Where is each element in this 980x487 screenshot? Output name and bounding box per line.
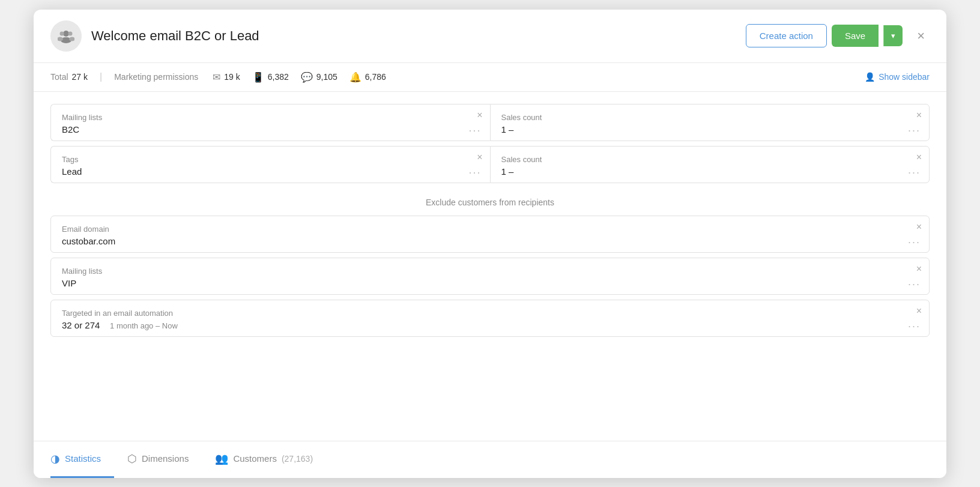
email-domain-close[interactable]: ×: [916, 222, 922, 232]
svg-point-4: [68, 31, 73, 35]
email-domain-more[interactable]: ···: [908, 237, 921, 247]
targeted-automation-value: 32 or 274 1 month ago – Now: [62, 320, 918, 330]
mailing-lists-b2c-card: Mailing lists B2C × ···: [50, 104, 490, 141]
targeted-automation-more[interactable]: ···: [908, 321, 921, 331]
mailing-lists-b2c-label: Mailing lists: [62, 113, 479, 122]
save-button[interactable]: Save: [832, 25, 879, 47]
mailing-lists-b2c-value: B2C: [62, 124, 479, 135]
push-stat: 💬 9,105: [301, 71, 337, 83]
targeted-automation-close[interactable]: ×: [916, 306, 922, 316]
targeted-automation-value-main: 32 or 274: [62, 320, 100, 330]
mailing-lists-b2c-more[interactable]: ···: [468, 125, 481, 136]
modal-container: Welcome email B2C or Lead Create action …: [34, 10, 946, 478]
close-button[interactable]: ×: [912, 26, 930, 46]
push-icon: 💬: [301, 71, 313, 83]
sales-count-2-label: Sales count: [501, 155, 919, 164]
main-content: Mailing lists B2C × ··· Sales count 1 – …: [34, 92, 946, 337]
email-stat: ✉ 19 k: [213, 71, 240, 83]
modal-header: Welcome email B2C or Lead Create action …: [34, 10, 946, 63]
mailing-vip-label: Mailing lists: [62, 267, 918, 276]
statistics-label: Statistics: [65, 453, 101, 464]
statistics-icon: ◑: [50, 452, 60, 465]
mailing-vip-more[interactable]: ···: [908, 279, 921, 289]
targeted-automation-card: Targeted in an email automation 32 or 27…: [50, 300, 930, 337]
header-actions: Create action Save ▾ ×: [746, 24, 930, 47]
bell-stat: 🔔 6,786: [349, 71, 386, 83]
include-filter-row-2: Tags Lead × ··· Sales count 1 – × ···: [50, 146, 930, 183]
customers-icon: 👥: [215, 452, 228, 465]
stats-divider: |: [100, 71, 102, 82]
email-domain-value: custobar.com: [62, 236, 918, 246]
sales-count-1-card: Sales count 1 – × ···: [490, 104, 930, 141]
tab-customers[interactable]: 👥 Customers (27,163): [202, 441, 326, 478]
mailing-vip-card: Mailing lists VIP × ···: [50, 258, 930, 295]
sales-count-2-value: 1 –: [501, 166, 919, 177]
exclude-section: Exclude customers from recipients: [50, 194, 930, 211]
modal-title: Welcome email B2C or Lead: [91, 28, 736, 44]
bottom-tabs: ◑ Statistics ⬡ Dimensions 👥 Customers (2…: [34, 441, 946, 478]
phone-icon: 📱: [252, 71, 264, 83]
total-stat: Total 27 k: [50, 72, 88, 82]
avatar: [50, 20, 82, 52]
customers-count: (27,163): [282, 454, 313, 464]
tags-lead-value: Lead: [62, 166, 479, 177]
tags-lead-card: Tags Lead × ···: [50, 146, 490, 183]
show-sidebar-button[interactable]: 👤 Show sidebar: [865, 72, 930, 82]
email-icon: ✉: [213, 71, 220, 83]
total-value: 27 k: [72, 72, 88, 82]
exclude-label: Exclude customers from recipients: [415, 194, 565, 211]
bell-icon: 🔔: [349, 71, 361, 83]
mailing-vip-close[interactable]: ×: [916, 264, 922, 274]
include-filter-row-1: Mailing lists B2C × ··· Sales count 1 – …: [50, 104, 930, 141]
svg-point-2: [60, 31, 64, 35]
push-count: 9,105: [316, 72, 337, 82]
phone-count: 6,382: [268, 72, 289, 82]
customers-label: Customers: [233, 453, 277, 464]
tags-lead-label: Tags: [62, 155, 479, 164]
bell-count: 6,786: [365, 72, 386, 82]
total-label: Total: [50, 72, 68, 82]
mailing-vip-value: VIP: [62, 278, 918, 288]
sales-count-1-close[interactable]: ×: [916, 110, 922, 120]
sales-count-1-label: Sales count: [501, 113, 919, 122]
dimensions-label: Dimensions: [142, 453, 189, 464]
sales-count-2-close[interactable]: ×: [916, 153, 922, 162]
dimensions-icon: ⬡: [127, 452, 137, 465]
marketing-permissions-label: Marketing permissions: [114, 72, 198, 82]
save-dropdown-button[interactable]: ▾: [883, 25, 903, 46]
sales-count-2-card: Sales count 1 – × ···: [490, 146, 930, 183]
tags-lead-close[interactable]: ×: [477, 153, 482, 162]
targeted-automation-sub: 1 month ago – Now: [110, 321, 178, 330]
email-domain-card: Email domain custobar.com × ···: [50, 216, 930, 253]
email-count: 19 k: [224, 72, 240, 82]
email-domain-label: Email domain: [62, 225, 918, 234]
phone-stat: 📱 6,382: [252, 71, 289, 83]
show-sidebar-label: Show sidebar: [879, 72, 930, 82]
tab-statistics[interactable]: ◑ Statistics: [50, 441, 114, 478]
targeted-automation-label: Targeted in an email automation: [62, 309, 918, 318]
tags-lead-more[interactable]: ···: [468, 167, 481, 178]
sales-count-1-more[interactable]: ···: [908, 125, 921, 136]
show-sidebar-icon: 👤: [865, 72, 875, 82]
stats-row: Total 27 k | Marketing permissions ✉ 19 …: [34, 63, 946, 92]
sales-count-1-value: 1 –: [501, 124, 919, 135]
tab-dimensions[interactable]: ⬡ Dimensions: [114, 441, 202, 478]
create-action-button[interactable]: Create action: [746, 24, 827, 47]
sales-count-2-more[interactable]: ···: [908, 167, 921, 178]
mailing-lists-b2c-close[interactable]: ×: [477, 110, 482, 120]
